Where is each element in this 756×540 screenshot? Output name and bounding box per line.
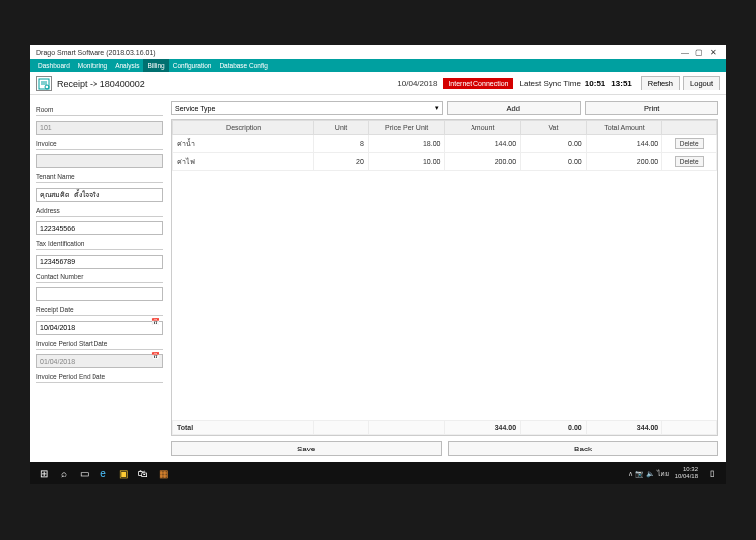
col-amount: Amount [445,121,521,135]
calendar-icon[interactable]: 📅 [151,352,160,360]
titlebar: Drago Smart Software (2018.03.16.01) — ▢… [30,45,726,59]
totals-label: Total [173,421,314,435]
receipt-date-label: Receipt Date [36,306,163,313]
explorer-icon[interactable]: ▣ [113,463,133,483]
menu-billing[interactable]: Billing [143,59,168,72]
period-end-label: Invoice Period End Date [36,373,163,380]
line-items-grid: Description Unit Price Per Unit Amount V… [171,119,718,436]
start-icon[interactable]: ⊞ [34,463,54,483]
col-price: Price Per Unit [368,121,445,135]
app-window: Drago Smart Software (2018.03.16.01) — ▢… [30,45,726,462]
cell-unit: 8 [314,135,369,153]
logout-button[interactable]: Logout [683,76,720,90]
receipt-date-field[interactable] [36,321,163,335]
contact-label: Contact Number [36,273,163,280]
col-description: Description [173,121,314,135]
app-icon[interactable]: ▦ [153,463,173,483]
contact-field[interactable] [36,287,163,301]
menu-analysis[interactable]: Analysis [111,59,143,72]
tax-label: Tax Identification [36,240,163,247]
header-date: 10/04/2018 [397,79,437,88]
print-button[interactable]: Print [585,101,719,115]
edge-icon[interactable]: e [94,463,113,483]
cell-vat: 0.00 [521,135,587,153]
tax-field[interactable] [36,255,163,269]
totals-total: 344.00 [586,421,662,435]
menu-database-config[interactable]: Database Config [215,59,271,72]
store-icon[interactable]: 🛍 [133,463,153,483]
invoice-label: Invoice [36,140,163,147]
menu-configuration[interactable]: Configuration [169,59,216,72]
app-title: Drago Smart Software (2018.03.16.01) [36,49,156,56]
refresh-button[interactable]: Refresh [641,76,680,90]
cell-price: 18.00 [368,135,445,153]
service-type-select[interactable]: Service Type ▾ [171,101,443,115]
tenant-field[interactable] [36,188,163,202]
room-field[interactable] [36,121,163,135]
back-button[interactable]: Back [448,441,718,456]
calendar-icon[interactable]: 📅 [151,318,160,326]
cell-vat: 0.00 [521,153,587,171]
notifications-icon[interactable]: ▯ [702,463,722,483]
totals-row: Total 344.00 0.00 344.00 [173,421,717,435]
clock: 13:51 [611,79,631,88]
delete-button[interactable]: Delete [675,156,704,167]
minimize-icon[interactable]: — [678,48,692,57]
tray-icons[interactable]: ∧ 📷 🔈 ไทย [628,468,669,479]
chevron-down-icon: ▾ [435,104,439,112]
cell-price: 10.00 [368,153,445,171]
cell-desc: ค่าน้ำ [173,135,314,153]
search-icon[interactable]: ⌕ [54,463,74,483]
maximize-icon[interactable]: ▢ [692,48,706,57]
menu-dashboard[interactable]: Dashboard [34,59,74,72]
cell-amount: 200.00 [445,153,521,171]
col-unit: Unit [314,121,369,135]
room-label: Room [36,106,163,113]
receipt-icon [36,76,52,91]
sync-label: Latest Sync Time [519,79,580,88]
address-field[interactable] [36,221,163,235]
period-start-field[interactable] [36,354,163,368]
table-row: ค่าน้ำ 8 18.00 144.00 0.00 144.00 Delete [173,135,717,153]
period-start-label: Invoice Period Start Date [36,340,163,347]
delete-button[interactable]: Delete [675,138,704,149]
sidebar: Room Invoice Tenant Name Address Tax Ide… [30,95,169,462]
tenant-label: Tenant Name [36,173,163,180]
receipt-title: Receipt -> 180400002 [57,79,145,89]
totals-vat: 0.00 [521,421,587,435]
cell-total: 200.00 [586,153,662,171]
col-total: Total Amount [586,121,662,135]
add-button[interactable]: Add [447,101,581,115]
invoice-field[interactable] [36,154,163,168]
connection-badge: Internet Connection [443,78,513,89]
close-icon[interactable]: ✕ [706,48,720,57]
save-button[interactable]: Save [171,441,442,456]
taskbar: ⊞ ⌕ ▭ e ▣ 🛍 ▦ ∧ 📷 🔈 ไทย 10:32 10/04/18 ▯ [30,462,726,484]
menu-monitoring[interactable]: Monitoring [74,59,111,72]
svg-point-3 [45,85,49,89]
address-label: Address [36,207,163,214]
header: Receipt -> 180400002 10/04/2018 Internet… [30,72,726,95]
col-vat: Vat [521,121,587,135]
cell-amount: 144.00 [445,135,521,153]
taskview-icon[interactable]: ▭ [74,463,94,483]
taskbar-clock[interactable]: 10:32 10/04/18 [675,466,698,480]
service-type-placeholder: Service Type [175,105,215,112]
sync-time: 10:51 [585,79,605,88]
cell-unit: 20 [314,153,369,171]
cell-total: 144.00 [586,135,662,153]
main-panel: Service Type ▾ Add Print Description Uni… [169,95,726,462]
totals-amount: 344.00 [445,421,521,435]
cell-desc: ค่าไฟ [173,153,314,171]
table-row: ค่าไฟ 20 10.00 200.00 0.00 200.00 Delete [173,153,717,171]
menubar: Dashboard Monitoring Analysis Billing Co… [30,59,726,72]
